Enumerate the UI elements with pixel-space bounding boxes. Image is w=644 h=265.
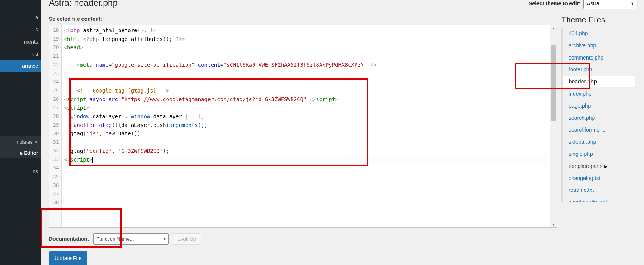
file-list: 404.phparchive.phpcomments.phpfooter.php… (563, 28, 636, 202)
file-item-comments-php[interactable]: comments.php (563, 52, 636, 63)
vertical-scrollbar[interactable]: ▴ ▾ (550, 25, 557, 227)
scroll-thumb[interactable] (551, 45, 556, 121)
update-file-button[interactable]: Update File (49, 251, 87, 265)
scroll-down-arrow[interactable]: ▾ (550, 223, 557, 227)
documentation-label: Documentation: (49, 236, 89, 242)
sidebar-item-astra[interactable]: tra (0, 48, 41, 60)
theme-files-title: Theme Files (561, 15, 636, 24)
selected-file-label: Selected file content: (49, 16, 557, 22)
file-item-search-php[interactable]: search.php (563, 113, 636, 124)
main-content: Astra: header.php Select theme to edit: … (41, 0, 644, 265)
sidebar-subitem-templates[interactable]: mplates✦ (0, 136, 41, 147)
sidebar-subitem-theme-editor[interactable]: e Editor (0, 147, 41, 158)
file-item-readme-txt[interactable]: readme.txt (563, 185, 636, 196)
code-editor[interactable]: 1819202122232425262728293031323334353637… (49, 25, 557, 228)
sparkle-icon: ✦ (34, 139, 38, 145)
sidebar-item-partial-s[interactable]: s (0, 24, 41, 36)
admin-sidebar: a s ments tra arance mplates✦ e Editor n… (0, 0, 41, 265)
sidebar-item-comments[interactable]: ments (0, 36, 41, 48)
theme-files-panel: Theme Files 404.phparchive.phpcomments.p… (561, 13, 636, 265)
file-item-single-php[interactable]: single.php (563, 149, 636, 160)
file-item-sidebar-php[interactable]: sidebar.php (563, 136, 636, 147)
file-item-archive-php[interactable]: archive.php (563, 40, 636, 51)
sidebar-item-appearance[interactable]: arance (0, 60, 41, 72)
lookup-button[interactable]: Look Up (173, 233, 201, 245)
file-item-404-php[interactable]: 404.php (563, 28, 636, 39)
file-item-wpml-config-xml[interactable]: wpml-config.xml (563, 197, 636, 202)
scroll-up-arrow[interactable]: ▴ (550, 26, 557, 30)
file-item-template-parts[interactable]: template-parts▶ (563, 161, 636, 172)
file-item-header-php[interactable]: header.php (563, 76, 635, 87)
theme-select-label: Select theme to edit: (529, 0, 580, 6)
theme-select-group: Select theme to edit: Astra (529, 0, 636, 9)
chevron-right-icon: ▶ (604, 164, 607, 169)
sidebar-item-partial-a[interactable]: a (0, 11, 41, 24)
function-name-select[interactable]: Function Name... (93, 233, 169, 245)
file-item-page-php[interactable]: page.php (563, 100, 636, 111)
file-item-footer-php[interactable]: footer.php (563, 64, 636, 75)
file-item-searchform-php[interactable]: searchform.php (563, 124, 636, 135)
theme-select[interactable]: Astra (583, 0, 636, 9)
line-number-gutter: 1819202122232425262728293031323334353637… (49, 25, 62, 227)
code-body[interactable]: <!php astra_html_before(); !><html <?php… (62, 25, 550, 227)
page-title: Astra: header.php (49, 0, 118, 8)
sidebar-item-plugins[interactable]: ns (0, 165, 41, 177)
file-item-index-php[interactable]: index.php (563, 88, 636, 99)
file-item-changelog-txt[interactable]: changelog.txt (563, 173, 636, 184)
